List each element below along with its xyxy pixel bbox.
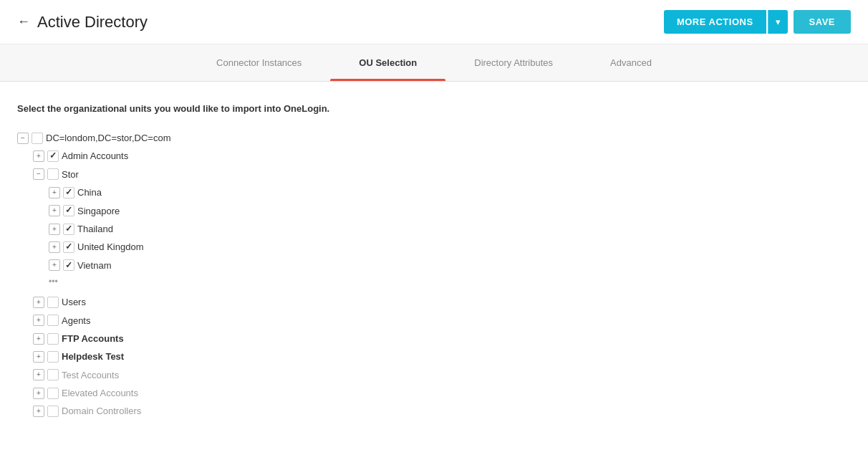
dropdown-arrow-icon: ▾: [776, 16, 781, 27]
checkmark-icon: ✓: [49, 148, 57, 164]
collapse-root-button[interactable]: −: [17, 133, 29, 144]
expand-domain-controllers-button[interactable]: +: [33, 406, 44, 417]
tree-row-united-kingdom: + ✓ United Kingdom: [49, 239, 851, 255]
tree-row-test-accounts: + Test Accounts: [33, 367, 851, 383]
checkbox-agents[interactable]: [47, 315, 59, 326]
checkmark-icon: ✓: [65, 203, 72, 219]
expand-singapore-button[interactable]: +: [49, 205, 60, 216]
checkbox-test-accounts[interactable]: [47, 369, 59, 380]
tree-row-singapore: + ✓ Singapore: [49, 203, 851, 219]
label-singapore: Singapore: [77, 203, 120, 219]
page-title: Active Directory: [37, 13, 148, 32]
tab-connector-instances[interactable]: Connector Instances: [188, 44, 330, 81]
expand-agents-button[interactable]: +: [33, 315, 44, 326]
tree-row-domain-controllers: + Domain Controllers: [33, 403, 851, 419]
expand-vietnam-button[interactable]: +: [49, 259, 60, 271]
tab-directory-attributes[interactable]: Directory Attributes: [445, 44, 582, 81]
checkbox-root[interactable]: [32, 133, 43, 144]
expand-elevated-accounts-button[interactable]: +: [33, 388, 44, 399]
checkmark-icon: ✓: [65, 239, 72, 255]
checkbox-helpdesk-test[interactable]: [47, 351, 59, 363]
label-admin-accounts: Admin Accounts: [62, 148, 128, 164]
tree-row-users: + Users: [33, 294, 851, 310]
tree-row-stor: − Stor: [33, 166, 851, 183]
checkbox-thailand[interactable]: ✓: [63, 224, 74, 235]
tree-row-elevated-accounts: + Elevated Accounts: [33, 385, 851, 401]
checkbox-vietnam[interactable]: ✓: [63, 259, 74, 271]
expand-thailand-button[interactable]: +: [49, 224, 60, 235]
header-left: ← Active Directory: [17, 13, 148, 32]
tree-row-vietnam: + ✓ Vietnam: [49, 257, 851, 274]
checkbox-singapore[interactable]: ✓: [63, 205, 74, 216]
checkbox-admin-accounts[interactable]: ✓: [47, 150, 59, 162]
section-description: Select the organizational units you woul…: [17, 103, 851, 114]
header: ← Active Directory MORE ACTIONS ▾ SAVE: [0, 0, 868, 44]
expand-united-kingdom-button[interactable]: +: [49, 241, 60, 253]
checkmark-icon: ✓: [65, 185, 72, 201]
label-china: China: [77, 184, 102, 201]
tree-row-root: − DC=londom,DC=stor,DC=com: [17, 130, 851, 146]
collapse-stor-button[interactable]: −: [33, 168, 44, 180]
tree-row-china: + ✓ China: [49, 184, 851, 201]
ou-tree: − DC=londom,DC=stor,DC=com + ✓ Admin Acc…: [17, 130, 851, 420]
tab-ou-selection[interactable]: OU Selection: [330, 44, 445, 81]
label-elevated-accounts: Elevated Accounts: [62, 385, 138, 401]
save-button[interactable]: SAVE: [794, 10, 851, 34]
expand-users-button[interactable]: +: [33, 297, 44, 308]
content-area: Select the organizational units you woul…: [0, 82, 868, 439]
checkmark-icon: ✓: [65, 258, 72, 274]
checkbox-domain-controllers[interactable]: [47, 406, 59, 417]
back-arrow-icon[interactable]: ←: [17, 14, 30, 29]
checkbox-elevated-accounts[interactable]: [47, 388, 59, 399]
expand-test-accounts-button[interactable]: +: [33, 369, 44, 380]
tree-ellipsis: •••: [49, 275, 851, 288]
label-vietnam: Vietnam: [77, 257, 111, 274]
checkbox-china[interactable]: ✓: [63, 187, 74, 198]
label-agents: Agents: [62, 312, 90, 329]
expand-admin-accounts-button[interactable]: +: [33, 150, 44, 162]
label-test-accounts: Test Accounts: [62, 367, 119, 383]
label-domain-controllers: Domain Controllers: [62, 403, 141, 419]
more-actions-button[interactable]: MORE ACTIONS: [664, 10, 766, 34]
checkbox-users[interactable]: [47, 297, 59, 308]
expand-helpdesk-test-button[interactable]: +: [33, 351, 44, 363]
label-thailand: Thailand: [77, 221, 113, 237]
tree-row-helpdesk-test: + Helpdesk Test: [33, 348, 851, 365]
label-united-kingdom: United Kingdom: [77, 239, 144, 255]
label-stor: Stor: [62, 166, 79, 183]
tree-row-agents: + Agents: [33, 312, 851, 329]
tree-row-ftp-accounts: + FTP Accounts: [33, 330, 851, 347]
checkmark-icon: ✓: [65, 221, 72, 237]
checkbox-stor[interactable]: [47, 168, 59, 180]
checkbox-ftp-accounts[interactable]: [47, 333, 59, 345]
header-actions: MORE ACTIONS ▾ SAVE: [664, 10, 851, 34]
expand-ftp-accounts-button[interactable]: +: [33, 333, 44, 345]
tree-row-thailand: + ✓ Thailand: [49, 221, 851, 237]
label-root: DC=londom,DC=stor,DC=com: [46, 130, 170, 146]
tab-advanced[interactable]: Advanced: [582, 44, 680, 81]
label-ftp-accounts: FTP Accounts: [62, 330, 124, 347]
tree-row-admin-accounts: + ✓ Admin Accounts: [33, 148, 851, 164]
tabs-bar: Connector Instances OU Selection Directo…: [0, 44, 868, 82]
label-users: Users: [62, 294, 86, 310]
checkbox-united-kingdom[interactable]: ✓: [63, 241, 74, 253]
expand-china-button[interactable]: +: [49, 187, 60, 198]
label-helpdesk-test: Helpdesk Test: [62, 348, 124, 365]
more-actions-dropdown-button[interactable]: ▾: [768, 10, 788, 34]
